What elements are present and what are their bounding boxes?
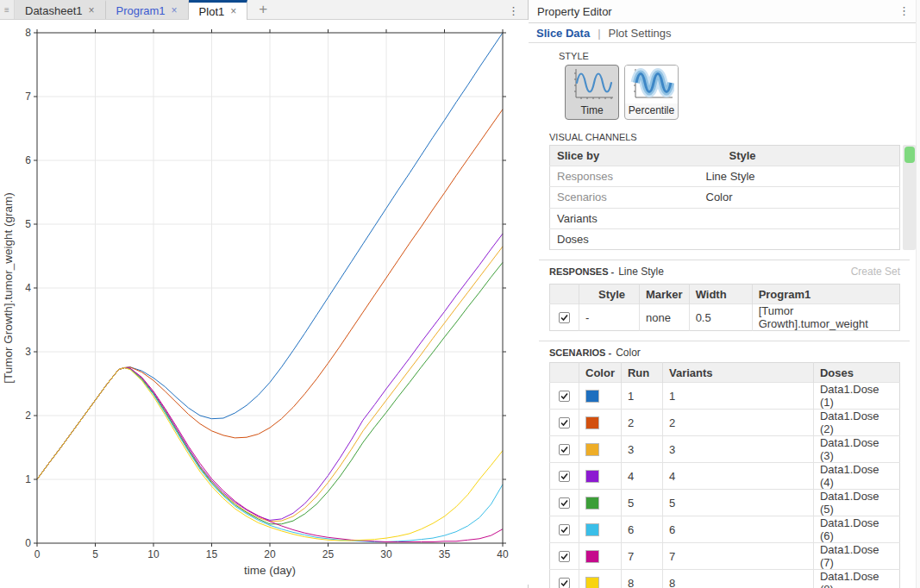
svg-text:35: 35 — [439, 548, 451, 560]
scenario-checkbox[interactable] — [559, 417, 570, 428]
tab-datasheet1[interactable]: Datasheet1 × — [15, 0, 106, 19]
col-doses: Doses — [813, 363, 899, 383]
scenario-checkbox[interactable] — [559, 524, 570, 535]
variants-cell: 4 — [662, 463, 813, 490]
panel-scrollbar[interactable] — [916, 0, 920, 588]
time-button-label: Time — [580, 103, 603, 119]
svg-text:3: 3 — [25, 346, 31, 358]
percentile-button-label: Percentile — [629, 103, 674, 119]
svg-text:10: 10 — [147, 548, 160, 560]
table-row[interactable]: 33Data1.Dose (3) — [550, 436, 900, 463]
scenario-checkbox[interactable] — [559, 471, 570, 482]
run-cell: 4 — [621, 463, 662, 490]
doses-cell: Data1.Dose (5) — [813, 490, 899, 516]
close-icon[interactable]: × — [89, 4, 95, 16]
col-program1: Program1 — [752, 285, 899, 304]
table-row[interactable]: Doses — [550, 228, 900, 249]
scenario-checkbox[interactable] — [559, 391, 570, 402]
close-icon[interactable]: × — [230, 5, 236, 17]
svg-text:5: 5 — [25, 218, 31, 230]
col-variants: Variants — [662, 363, 813, 383]
visual-channels-scrollbar[interactable] — [903, 145, 916, 250]
width-cell: 0.5 — [689, 304, 752, 331]
run-cell: 8 — [621, 570, 662, 588]
variants-cell: 5 — [662, 490, 813, 516]
doses-cell: Data1.Dose (1) — [813, 383, 899, 410]
responses-sublabel: Line Style — [618, 266, 664, 278]
section-divider — [539, 260, 910, 260]
visual-channels-label: VISUAL CHANNELS — [549, 132, 920, 142]
scenario-checkbox[interactable] — [559, 444, 570, 455]
tab-label: Plot1 — [199, 5, 225, 18]
doses-cell: Data1.Dose (7) — [813, 543, 899, 570]
svg-text:0: 0 — [25, 537, 31, 549]
table-row[interactable]: Responses Line Style — [550, 166, 900, 187]
slice-by-cell: Variants — [550, 208, 699, 228]
table-row[interactable]: 11Data1.Dose (1) — [550, 383, 900, 410]
percentile-band-icon — [625, 66, 678, 103]
scenario-checkbox[interactable] — [559, 497, 570, 509]
tab-label: Program1 — [116, 4, 166, 17]
plot-area[interactable]: 0510152025303540012345678time (day)[Tumo… — [0, 20, 528, 588]
variants-cell: 2 — [662, 410, 813, 436]
color-swatch[interactable] — [585, 523, 599, 536]
tab-bar-menu-icon[interactable]: ⋮ — [508, 4, 519, 17]
property-editor-panel: Property Editor ⋮ Slice Data | Plot Sett… — [529, 0, 920, 588]
color-swatch[interactable] — [585, 443, 599, 456]
col-marker: Marker — [640, 285, 690, 304]
style-cell: Color — [699, 187, 900, 208]
table-row[interactable]: 66Data1.Dose (6) — [550, 516, 900, 543]
run-cell: 3 — [621, 436, 662, 463]
variants-cell: 7 — [662, 543, 813, 570]
table-row[interactable]: 55Data1.Dose (5) — [550, 490, 900, 516]
style-buttons: Time Percentile — [565, 65, 920, 120]
tab-plot1[interactable]: Plot1 × — [189, 0, 248, 20]
tab-slice-data[interactable]: Slice Data — [536, 27, 590, 40]
run-cell: 2 — [621, 410, 662, 436]
color-swatch[interactable] — [585, 416, 599, 429]
property-editor-title: Property Editor — [537, 5, 612, 18]
svg-text:7: 7 — [25, 91, 31, 103]
table-row[interactable]: Variants — [550, 208, 900, 228]
property-editor-menu-icon[interactable]: ⋮ — [898, 4, 910, 17]
section-divider — [539, 341, 910, 341]
color-swatch[interactable] — [585, 390, 599, 403]
color-swatch[interactable] — [585, 470, 599, 483]
style-section-label: STYLE — [559, 51, 920, 61]
scenario-checkbox[interactable] — [559, 551, 570, 562]
svg-text:40: 40 — [497, 548, 509, 560]
create-set-button: Create Set — [851, 266, 900, 278]
property-editor-header: Property Editor ⋮ — [529, 0, 920, 23]
svg-text:25: 25 — [322, 548, 335, 560]
time-wave-icon — [566, 66, 618, 103]
table-row[interactable]: 22Data1.Dose (2) — [550, 410, 900, 436]
tab-bar-grip-icon[interactable]: ≡ — [0, 0, 15, 19]
table-row[interactable]: 88Data1.Dose (8) — [550, 570, 900, 588]
percentile-style-button[interactable]: Percentile — [624, 65, 679, 120]
svg-text:8: 8 — [25, 27, 31, 39]
tab-plot-settings[interactable]: Plot Settings — [609, 27, 672, 40]
tab-program1[interactable]: Program1 × — [106, 0, 189, 19]
doses-cell: Data1.Dose (4) — [813, 463, 899, 490]
svg-text:4: 4 — [25, 282, 31, 294]
style-cell — [699, 208, 900, 228]
color-swatch[interactable] — [585, 577, 599, 588]
run-cell: 5 — [621, 490, 662, 516]
time-style-button[interactable]: Time — [565, 65, 619, 120]
response-checkbox[interactable] — [559, 312, 570, 323]
table-row[interactable]: 44Data1.Dose (4) — [550, 463, 900, 490]
scrollbar-thumb[interactable] — [904, 147, 915, 163]
new-tab-button[interactable]: + — [247, 0, 279, 19]
scenario-checkbox[interactable] — [559, 578, 570, 588]
color-swatch[interactable] — [585, 497, 599, 510]
table-row[interactable]: 77Data1.Dose (7) — [550, 543, 900, 570]
program-cell: [Tumor Growth].tumor_weight — [752, 304, 899, 331]
col-style: Style — [699, 146, 900, 166]
tab-label: Datasheet1 — [25, 4, 83, 17]
table-row[interactable]: Scenarios Color — [550, 187, 900, 208]
svg-text:6: 6 — [25, 154, 31, 166]
close-icon[interactable]: × — [172, 4, 178, 16]
table-row[interactable]: - none 0.5 [Tumor Growth].tumor_weight — [550, 304, 900, 331]
color-swatch[interactable] — [585, 550, 599, 563]
slice-by-cell: Doses — [550, 228, 699, 249]
